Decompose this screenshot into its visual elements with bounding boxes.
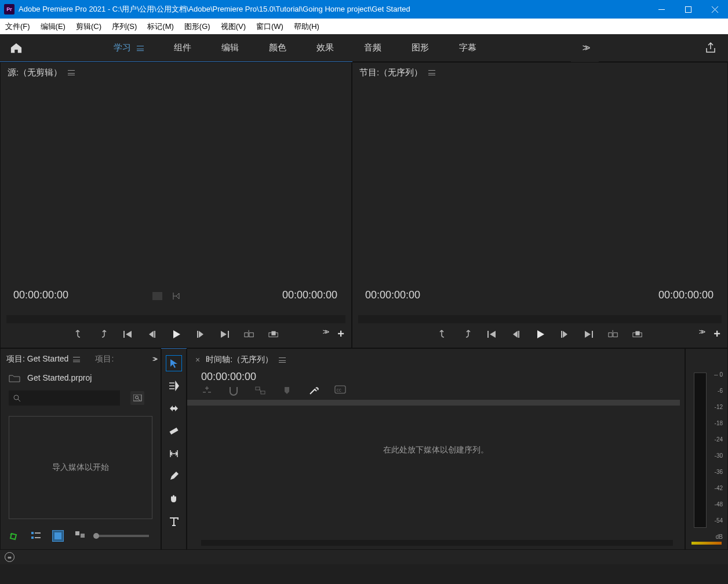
program-title: 节目:（无序列） <box>359 67 423 78</box>
workspace-graphics[interactable]: 图形 <box>412 42 429 53</box>
list-view-button[interactable] <box>31 531 41 541</box>
timeline-tc[interactable]: 00:00:00:00 <box>187 371 685 383</box>
program-menu-icon[interactable] <box>428 70 435 75</box>
goto-in-button[interactable] <box>122 329 133 340</box>
svg-marker-18 <box>490 331 496 338</box>
source-menu-icon[interactable] <box>68 70 75 75</box>
program-tc-right: 00:00:00:00 <box>658 289 714 301</box>
workspace-color[interactable]: 颜色 <box>269 42 286 53</box>
minimize-button[interactable] <box>648 0 675 19</box>
find-button[interactable] <box>130 391 144 405</box>
timeline-menu-icon[interactable] <box>279 357 286 363</box>
workspace-effects[interactable]: 效果 <box>316 42 334 53</box>
close-button[interactable] <box>701 0 728 19</box>
program-more-icon[interactable]: >> <box>699 327 703 336</box>
program-track[interactable] <box>358 315 722 323</box>
svg-rect-44 <box>256 387 260 390</box>
project-tab2[interactable]: 项目: <box>95 354 114 364</box>
p-mark-in-button[interactable] <box>437 329 449 340</box>
program-panel: 节目:（无序列） 00:00:00:00 00:00:00:00 >> + <box>352 62 728 348</box>
step-back-button[interactable] <box>146 329 158 340</box>
menubar: 文件(F) 编辑(E) 剪辑(C) 序列(S) 标记(M) 图形(G) 视图(V… <box>0 19 728 34</box>
maximize-button[interactable] <box>675 0 701 19</box>
source-more-icon[interactable]: >> <box>323 327 327 336</box>
fit-button[interactable] <box>152 292 162 300</box>
hand-tool[interactable] <box>166 491 181 506</box>
project-menu-icon[interactable] <box>73 357 80 362</box>
icon-view-button[interactable] <box>53 531 63 541</box>
source-tc-left[interactable]: 00:00:00:00 <box>13 289 68 301</box>
svg-marker-6 <box>149 331 154 338</box>
pen-tool[interactable] <box>166 469 181 484</box>
razor-tool[interactable] <box>166 424 181 439</box>
db-tick: -36 <box>715 469 723 475</box>
mark-in-button[interactable] <box>73 329 85 340</box>
db-tick: dB <box>716 534 723 540</box>
p-lift-button[interactable] <box>607 329 619 340</box>
zoom-slider[interactable] <box>97 535 149 537</box>
svg-marker-10 <box>199 331 203 338</box>
play-button[interactable] <box>170 329 182 340</box>
workspace-assembly[interactable]: 组件 <box>174 42 191 53</box>
workspace-audio[interactable]: 音频 <box>364 42 381 53</box>
timeline-dropzone[interactable]: 在此处放下媒体以创建序列。 <box>187 445 685 455</box>
zone-icon[interactable] <box>173 292 183 300</box>
insert-button[interactable] <box>243 329 255 340</box>
import-dropzone[interactable]: 导入媒体以开始 <box>9 416 152 519</box>
linked-selection-icon[interactable] <box>254 385 266 396</box>
menu-clip[interactable]: 剪辑(C) <box>71 21 107 32</box>
marker-icon[interactable] <box>281 385 293 396</box>
menu-graphics[interactable]: 图形(G) <box>179 21 216 32</box>
menu-file[interactable]: 文件(F) <box>0 21 35 32</box>
p-goto-in-button[interactable] <box>486 329 497 340</box>
new-item-button[interactable] <box>9 531 19 541</box>
ripple-edit-tool[interactable] <box>166 401 181 416</box>
settings-icon[interactable] <box>308 385 319 396</box>
p-play-button[interactable] <box>534 329 546 340</box>
p-step-fwd-button[interactable] <box>559 329 570 340</box>
slip-tool[interactable] <box>166 446 181 461</box>
home-button[interactable] <box>0 34 32 62</box>
source-track[interactable] <box>6 315 345 323</box>
program-add-button[interactable]: + <box>714 327 720 341</box>
menu-edit[interactable]: 编辑(E) <box>35 21 71 32</box>
timeline-ruler[interactable] <box>187 400 680 406</box>
workspace-menu-icon[interactable] <box>137 46 144 51</box>
menu-window[interactable]: 窗口(W) <box>251 21 289 32</box>
track-select-tool[interactable] <box>166 378 181 393</box>
export-button[interactable] <box>693 34 728 62</box>
workspace-overflow[interactable]: >> <box>571 34 599 62</box>
project-tab[interactable]: 项目: Get Started <box>6 354 68 364</box>
search-input[interactable] <box>9 390 120 406</box>
svg-rect-1 <box>685 6 691 12</box>
menu-view[interactable]: 视图(V) <box>216 21 251 32</box>
insert-sequence-icon[interactable] <box>201 385 213 396</box>
db-tick: -54 <box>715 517 723 524</box>
captions-icon[interactable]: cc <box>334 385 346 396</box>
menu-help[interactable]: 帮助(H) <box>289 21 325 32</box>
source-add-button[interactable]: + <box>337 327 344 341</box>
type-tool[interactable] <box>166 514 181 529</box>
step-fwd-button[interactable] <box>195 329 206 340</box>
p-extract-button[interactable] <box>632 329 643 340</box>
program-tc-left[interactable]: 00:00:00:00 <box>365 289 420 301</box>
menu-marker[interactable]: 标记(M) <box>142 21 179 32</box>
timeline-close-icon[interactable]: × <box>195 355 200 364</box>
workspace-editing[interactable]: 编辑 <box>221 42 239 53</box>
timeline-scrollbar[interactable] <box>201 540 673 546</box>
svg-rect-37 <box>31 536 34 539</box>
workspace-captions[interactable]: 字幕 <box>459 42 476 53</box>
workspace-learn[interactable]: 学习 <box>114 42 144 53</box>
menu-sequence[interactable]: 序列(S) <box>107 21 142 32</box>
overwrite-button[interactable] <box>268 329 279 340</box>
p-mark-out-button[interactable] <box>461 329 473 340</box>
goto-out-button[interactable] <box>219 329 231 340</box>
snap-icon[interactable] <box>228 385 239 396</box>
selection-tool[interactable] <box>166 356 181 371</box>
p-goto-out-button[interactable] <box>583 329 595 340</box>
creative-cloud-icon[interactable]: ∞ <box>5 552 14 562</box>
freeform-view-button[interactable] <box>75 531 85 541</box>
p-step-back-button[interactable] <box>510 329 522 340</box>
mark-out-button[interactable] <box>97 329 109 340</box>
project-overflow-icon[interactable]: >> <box>152 355 155 363</box>
